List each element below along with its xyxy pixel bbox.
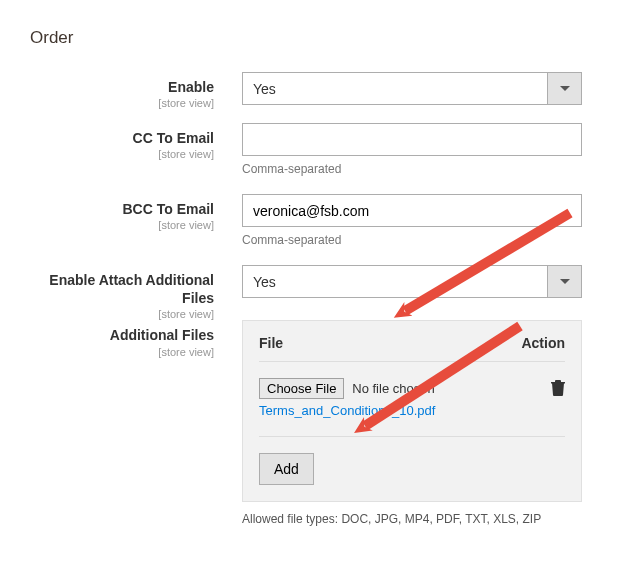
select-attach-enable[interactable]: Yes	[242, 265, 582, 298]
files-panel: File Action Choose File No file chosen T…	[242, 320, 582, 502]
trash-icon	[551, 384, 565, 399]
choose-file-button[interactable]: Choose File	[259, 378, 344, 399]
select-enable-caret[interactable]	[548, 72, 582, 105]
scope-bcc: [store view]	[30, 219, 214, 231]
file-row: Choose File No file chosen Terms_and_Con…	[259, 378, 565, 418]
scope-additional-files: [store view]	[30, 346, 214, 358]
row-cc: CC To Email [store view] Comma-separated	[30, 123, 587, 194]
allowed-types: Allowed file types: DOC, JPG, MP4, PDF, …	[242, 512, 582, 526]
input-cc[interactable]	[242, 123, 582, 156]
chevron-down-icon	[560, 86, 570, 92]
files-head-action: Action	[509, 335, 565, 351]
select-enable-value: Yes	[242, 72, 548, 105]
add-file-button[interactable]: Add	[259, 453, 314, 485]
scope-attach-enable: [store view]	[30, 308, 214, 320]
existing-file-link[interactable]: Terms_and_Conditions_10.pdf	[259, 403, 435, 418]
input-bcc[interactable]	[242, 194, 582, 227]
label-attach-enable: Enable Attach Additional Files	[49, 272, 214, 306]
section-title: Order	[30, 28, 587, 48]
scope-enable: [store view]	[30, 97, 214, 109]
label-enable: Enable	[168, 79, 214, 95]
row-enable: Enable [store view] Yes	[30, 72, 587, 123]
chevron-down-icon	[560, 279, 570, 285]
scope-cc: [store view]	[30, 148, 214, 160]
label-additional-files: Additional Files	[110, 327, 214, 343]
select-attach-enable-caret[interactable]	[548, 265, 582, 298]
help-cc: Comma-separated	[242, 162, 587, 176]
help-bcc: Comma-separated	[242, 233, 587, 247]
no-file-label: No file chosen	[352, 381, 434, 396]
files-head-file: File	[259, 335, 509, 351]
label-bcc: BCC To Email	[122, 201, 214, 217]
row-bcc: BCC To Email [store view] Comma-separate…	[30, 194, 587, 265]
select-enable[interactable]: Yes	[242, 72, 582, 105]
row-attach-enable: Enable Attach Additional Files [store vi…	[30, 265, 587, 320]
row-additional-files: Additional Files [store view] File Actio…	[30, 320, 587, 544]
select-attach-enable-value: Yes	[242, 265, 548, 298]
delete-file-button[interactable]	[551, 380, 565, 399]
label-cc: CC To Email	[133, 130, 214, 146]
